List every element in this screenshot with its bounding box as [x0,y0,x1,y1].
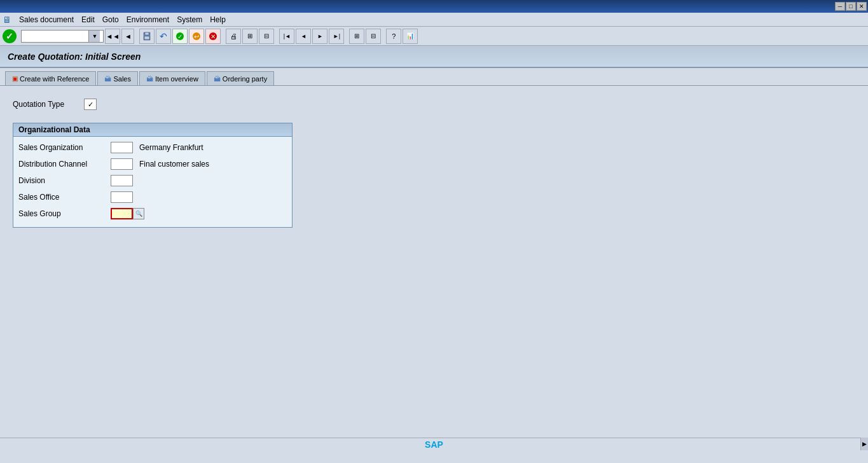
tab-sales[interactable]: 🏔 Sales [97,71,138,85]
svg-rect-1 [145,32,149,35]
tab-ordering-party[interactable]: 🏔 Ordering party [207,71,274,85]
close-button[interactable]: ✕ [857,2,867,11]
sales-org-label: Sales Organization [18,143,111,152]
sales-org-value: Germany Frankfurt [139,143,203,152]
menu-system[interactable]: System [173,14,206,25]
tab-sales-label: Sales [113,75,131,83]
menu-bar: 🖥 Sales document Edit Goto Environment S… [0,13,868,27]
dist-channel-row: Distribution Channel Final customer sale… [18,157,287,171]
command-input[interactable] [22,32,88,40]
next-page-button[interactable]: ► [312,29,327,44]
menu-goto[interactable]: Goto [99,14,123,25]
org-data-header: Organizational Data [13,123,292,137]
form-area: Quotation Type ✓ Organizational Data Sal… [0,86,868,240]
tab-ordering-party-label: Ordering party [223,75,267,83]
main-content: Create Quotation: Initial Screen ▣ Creat… [0,46,868,450]
dropdown-arrow-icon[interactable]: ▼ [88,31,100,42]
save-button[interactable] [139,29,155,44]
last-page-button[interactable]: ►| [329,29,344,44]
tab-create-with-reference-label: Create with Reference [20,75,89,83]
window-controls[interactable]: ─ □ ✕ [835,2,867,11]
dist-channel-input[interactable] [111,158,133,170]
app-icon: 🖥 [3,15,11,25]
bottom-bar: SAP ▶ [0,438,868,450]
dist-channel-label: Distribution Channel [18,160,111,169]
window-1-button[interactable]: ⊞ [349,29,364,44]
tab-item-overview[interactable]: 🏔 Item overview [139,71,205,85]
ordering-party-tab-icon: 🏔 [214,75,221,83]
sales-tab-icon: 🏔 [104,75,111,83]
cancel-button[interactable]: ✕ [205,29,221,44]
menu-sales-document[interactable]: Sales document [15,14,78,25]
sales-group-label: Sales Group [18,209,111,218]
forward-nav-button[interactable]: ◄ [121,29,134,44]
menu-edit[interactable]: Edit [78,14,99,25]
print-button[interactable]: 🖨 [226,29,241,44]
tab-item-overview-label: Item overview [155,75,198,83]
command-dropdown[interactable]: ▼ [21,30,104,43]
execute-button[interactable]: ✓ [172,29,188,44]
create-with-ref-icon: ▣ [12,75,18,82]
org-data-box: Organizational Data Sales Organization G… [13,123,293,228]
sales-office-input[interactable] [111,191,133,203]
tab-bar: ▣ Create with Reference 🏔 Sales 🏔 Item o… [0,68,868,86]
quotation-type-label: Quotation Type [13,100,76,109]
item-overview-tab-icon: 🏔 [146,75,153,83]
svg-text:↩: ↩ [194,33,199,40]
search-icon: 🔍 [135,211,142,217]
org-data-content: Sales Organization Germany Frankfurt Dis… [13,137,292,227]
division-label: Division [18,176,111,185]
menu-help[interactable]: Help [206,14,230,25]
sales-office-label: Sales Office [18,193,111,202]
toolbar: ✓ ▼ ◄◄ ◄ ↶ ✓ ↩ ✕ 🖨 ⊞ ⊟ |◄ ◄ ► ►| ⊞ ⊟ ? 📊 [0,27,868,46]
copy-button[interactable]: ⊞ [242,29,258,44]
undo-button[interactable]: ↶ [156,29,171,44]
sales-office-row: Sales Office [18,190,287,204]
back-nav-button[interactable]: ◄◄ [105,29,120,44]
division-input[interactable] [111,175,133,186]
scroll-right-button[interactable]: ▶ [860,438,868,450]
minimize-button[interactable]: ─ [835,2,845,11]
page-title: Create Quotation: Initial Screen [8,52,141,62]
menu-environment[interactable]: Environment [123,14,173,25]
sales-group-row: Sales Group 🔍 [18,207,287,221]
dist-channel-value: Final customer sales [139,160,209,169]
window-2-button[interactable]: ⊟ [366,29,381,44]
sales-group-input[interactable] [111,208,133,219]
ok-button[interactable]: ✓ [3,29,17,43]
first-page-button[interactable]: |◄ [279,29,294,44]
checkbox-check-icon: ✓ [88,100,93,109]
svg-rect-2 [144,36,149,39]
find-button[interactable]: ↩ [189,29,204,44]
sales-org-input[interactable] [111,142,133,153]
tab-create-with-reference[interactable]: ▣ Create with Reference [5,71,96,85]
paste-button[interactable]: ⊟ [259,29,274,44]
page-header: Create Quotation: Initial Screen [0,46,868,68]
sap-logo: SAP [425,439,443,450]
title-bar: ─ □ ✕ [0,0,868,13]
sales-org-row: Sales Organization Germany Frankfurt [18,141,287,155]
help-btn[interactable]: ? [386,29,401,44]
sales-group-search-button[interactable]: 🔍 [133,208,144,219]
quotation-type-checkbox[interactable]: ✓ [84,99,97,110]
svg-text:✕: ✕ [210,33,216,40]
division-row: Division [18,174,287,188]
quotation-type-row: Quotation Type ✓ [13,99,855,110]
svg-text:✓: ✓ [177,33,183,40]
maximize-button[interactable]: □ [846,2,856,11]
status-btn[interactable]: 📊 [403,29,418,44]
prev-page-button[interactable]: ◄ [296,29,311,44]
